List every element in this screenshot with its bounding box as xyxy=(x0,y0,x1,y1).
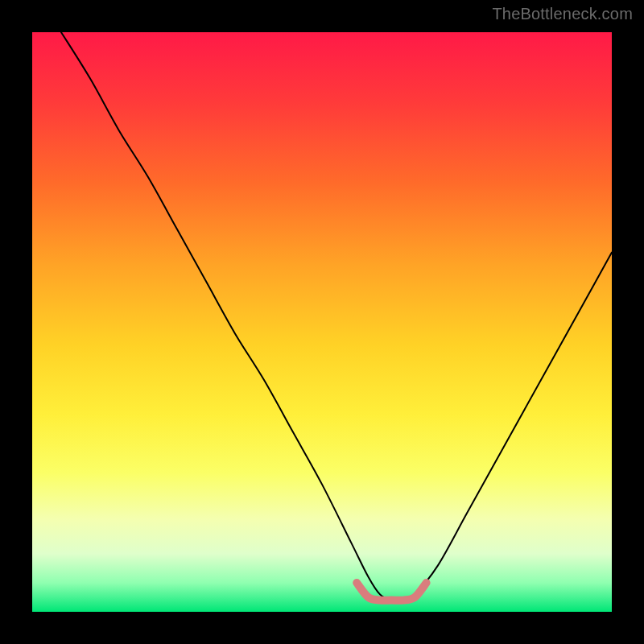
watermark-text: TheBottleneck.com xyxy=(492,5,633,23)
optimal-range-marker xyxy=(357,583,426,601)
bottleneck-curve xyxy=(61,32,612,601)
chart-frame: TheBottleneck.com xyxy=(0,0,644,644)
plot-area xyxy=(32,32,612,612)
curve-svg xyxy=(32,32,612,612)
